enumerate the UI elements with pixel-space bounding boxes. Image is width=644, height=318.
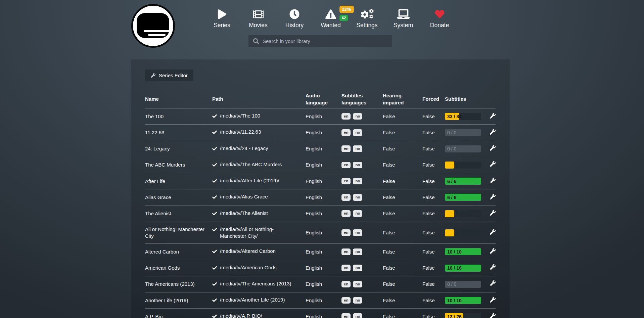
language-badge[interactable]: en — [341, 113, 351, 120]
film-icon — [240, 7, 276, 21]
language-badge[interactable]: en — [341, 145, 351, 152]
progress-fill — [445, 162, 454, 169]
audio-language-value: English — [306, 210, 341, 217]
table-row: American Gods /media/tv/American Gods En… — [145, 260, 496, 276]
bazarr-logo[interactable] — [131, 4, 175, 48]
header-path: Path — [212, 96, 306, 102]
language-badge[interactable]: en — [341, 248, 351, 255]
edit-series-button[interactable] — [485, 178, 496, 185]
series-path: /media/tv/After Life (2019)/ — [212, 177, 306, 185]
audio-language-value: English — [306, 162, 341, 168]
subtitles-languages-badges: enno — [341, 297, 383, 304]
nav-label: Series — [204, 22, 240, 29]
wrench-icon — [490, 297, 496, 303]
language-badge[interactable]: en — [341, 162, 351, 169]
wrench-icon — [490, 161, 496, 167]
logo-screen-shape — [137, 13, 169, 38]
forced-value: False — [422, 145, 445, 152]
language-badge[interactable]: no — [353, 162, 362, 169]
series-name: All or Nothing: Manchester City — [145, 226, 212, 240]
forced-value: False — [422, 210, 445, 217]
series-name: Another Life (2019) — [145, 297, 212, 304]
hearing-impaired-value: False — [383, 229, 422, 236]
wrench-icon — [490, 113, 496, 119]
edit-series-button[interactable] — [485, 145, 496, 152]
language-badge[interactable]: en — [341, 313, 351, 318]
search-input[interactable] — [263, 38, 383, 44]
check-icon — [212, 314, 217, 318]
language-badge[interactable]: en — [341, 265, 351, 271]
language-badge[interactable]: no — [353, 229, 362, 236]
series-name: 24: Legacy — [145, 145, 212, 152]
wrench-icon — [490, 229, 496, 235]
edit-series-button[interactable] — [485, 248, 496, 256]
wrench-icon — [490, 248, 496, 254]
check-icon — [212, 281, 217, 288]
language-badge[interactable]: no — [353, 210, 362, 217]
nav-item-wanted[interactable]: 2246 62 Wanted — [313, 7, 349, 29]
nav-item-history[interactable]: History — [276, 7, 313, 29]
language-badge[interactable]: no — [353, 297, 362, 304]
forced-value: False — [422, 178, 445, 185]
progress-label: 0 / 0 — [447, 281, 456, 287]
nav-label: Wanted — [313, 22, 349, 29]
forced-value: False — [422, 229, 445, 236]
check-icon — [212, 227, 217, 234]
edit-series-button[interactable] — [485, 297, 496, 304]
language-badge[interactable]: no — [353, 313, 362, 318]
nav-item-system[interactable]: System — [385, 7, 421, 29]
progress-label: 6 / 6 — [447, 178, 456, 184]
nav-item-movies[interactable]: Movies — [240, 7, 276, 29]
edit-series-button[interactable] — [485, 280, 496, 288]
gears-icon — [349, 7, 385, 21]
subtitles-progress-bar: 0 / 0 — [445, 281, 481, 288]
language-badge[interactable]: en — [341, 281, 351, 288]
edit-series-button[interactable] — [485, 229, 496, 236]
audio-language-value: English — [306, 145, 341, 152]
series-editor-button[interactable]: Series Editor — [145, 70, 193, 81]
edit-series-button[interactable] — [485, 113, 496, 120]
hearing-impaired-value: False — [383, 113, 422, 120]
forced-value: False — [422, 129, 445, 136]
edit-series-button[interactable] — [485, 129, 496, 136]
subtitles-progress-bar: 0 / 0 — [445, 129, 481, 136]
hearing-impaired-value: False — [383, 210, 422, 217]
nav-item-series[interactable]: Series — [204, 7, 240, 29]
hearing-impaired-value: False — [383, 248, 422, 255]
language-badge[interactable]: en — [341, 194, 351, 201]
language-badge[interactable]: no — [353, 265, 362, 271]
language-badge[interactable]: no — [353, 178, 362, 185]
language-badge[interactable]: en — [341, 297, 351, 304]
nav-item-settings[interactable]: Settings — [349, 7, 385, 29]
edit-series-button[interactable] — [485, 161, 496, 169]
language-badge[interactable]: en — [341, 229, 351, 236]
language-badge[interactable]: en — [341, 210, 351, 217]
edit-series-button[interactable] — [485, 210, 496, 217]
language-badge[interactable]: no — [353, 281, 362, 288]
forced-value: False — [422, 194, 445, 201]
audio-language-value: English — [306, 265, 341, 271]
check-icon — [212, 298, 217, 304]
path-text: /media/tv/American Gods — [220, 264, 276, 271]
wanted-badges: 2246 62 — [339, 6, 354, 21]
subtitles-languages-badges: enno — [341, 194, 383, 201]
language-badge[interactable]: no — [353, 129, 362, 136]
table-row: The ABC Murders /media/tv/The ABC Murder… — [145, 157, 496, 173]
forced-value: False — [422, 113, 445, 120]
edit-series-button[interactable] — [485, 264, 496, 272]
progress-label: 13 / 26 — [447, 313, 462, 318]
language-badge[interactable]: no — [353, 194, 362, 201]
wrench-icon — [490, 194, 496, 199]
edit-series-button[interactable] — [485, 194, 496, 201]
series-name: Alias Grace — [145, 194, 212, 201]
language-badge[interactable]: no — [353, 248, 362, 255]
language-badge[interactable]: en — [341, 129, 351, 136]
edit-series-button[interactable] — [485, 313, 496, 318]
language-badge[interactable]: no — [353, 113, 362, 120]
language-badge[interactable]: no — [353, 145, 362, 152]
path-text: /media/tv/The 100 — [220, 112, 260, 119]
subtitles-progress-bar: 10 / 10 — [445, 248, 481, 255]
nav-item-donate[interactable]: Donate — [421, 7, 458, 29]
nav-label: System — [385, 22, 421, 29]
language-badge[interactable]: en — [341, 178, 351, 185]
